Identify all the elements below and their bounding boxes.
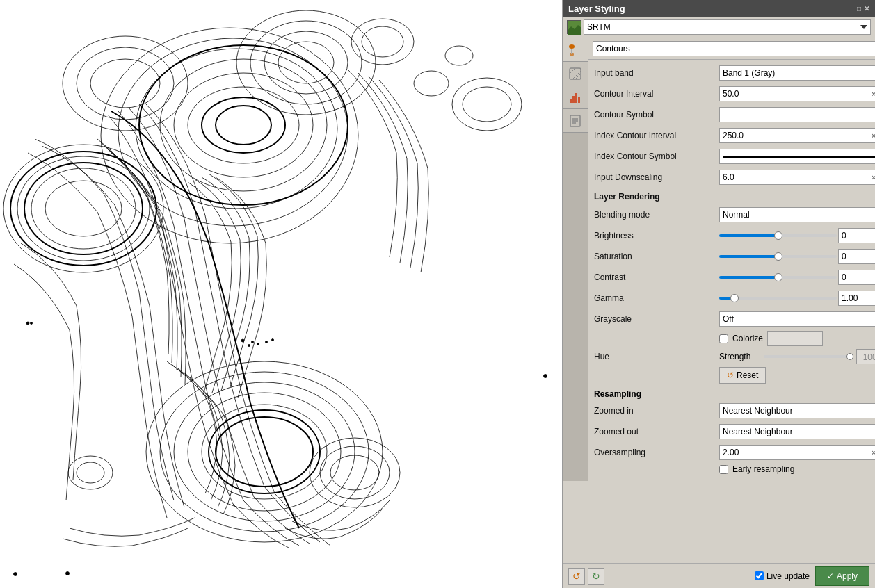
colorize-checkbox[interactable] bbox=[719, 334, 728, 343]
svg-point-9 bbox=[278, 42, 334, 83]
early-resampling-checkbox[interactable] bbox=[719, 465, 728, 474]
svg-point-41 bbox=[31, 322, 33, 325]
grayscale-select[interactable]: Off bbox=[719, 311, 875, 327]
colorize-swatch[interactable] bbox=[767, 331, 823, 346]
svg-point-28 bbox=[24, 163, 143, 254]
tab-histogram[interactable] bbox=[563, 85, 588, 109]
input-downscaling-clear[interactable]: ✕ bbox=[868, 170, 875, 184]
layer-name-select[interactable]: SRTM bbox=[584, 19, 871, 35]
contrast-control: ▲ ▼ bbox=[719, 270, 875, 285]
tab-transparency[interactable] bbox=[563, 62, 588, 85]
svg-point-33 bbox=[414, 71, 449, 96]
gamma-value[interactable] bbox=[839, 291, 875, 305]
brightness-slider[interactable] bbox=[719, 234, 837, 237]
zoomed-out-select[interactable]: Nearest Neighbour bbox=[719, 424, 875, 439]
icon-tabs bbox=[563, 38, 588, 481]
oversampling-input[interactable] bbox=[720, 446, 868, 459]
blending-mode-control: Normal bbox=[719, 207, 875, 222]
svg-point-27 bbox=[209, 410, 320, 493]
oversampling-row: Oversampling ✕ ▲ ▼ bbox=[594, 443, 875, 462]
gamma-value-wrap bbox=[838, 291, 875, 306]
layer-styling-panel: Layer Styling □ ✕ SRTM bbox=[562, 0, 875, 588]
zoomed-out-label: Zoomed out bbox=[594, 427, 719, 436]
contour-interval-input[interactable] bbox=[720, 87, 868, 101]
svg-point-49 bbox=[66, 572, 70, 575]
tab-metadata[interactable] bbox=[563, 109, 588, 133]
contour-symbol-control: ▲ ▼ bbox=[719, 107, 875, 122]
index-contour-interval-clear[interactable]: ✕ bbox=[868, 129, 875, 142]
blending-mode-select[interactable]: Normal bbox=[719, 207, 875, 222]
zoomed-in-control: Nearest Neighbour bbox=[719, 403, 875, 418]
grayscale-row: Grayscale Off bbox=[594, 310, 875, 328]
svg-point-3 bbox=[136, 49, 337, 209]
svg-point-8 bbox=[63, 36, 188, 131]
contrast-label: Contrast bbox=[594, 272, 719, 282]
svg-rect-59 bbox=[578, 97, 580, 103]
zoomed-out-control: Nearest Neighbour bbox=[719, 424, 875, 439]
zoomed-in-select[interactable]: Nearest Neighbour bbox=[719, 403, 875, 418]
contour-symbol-row: Contour Symbol ▲ ▼ bbox=[594, 106, 875, 124]
strength-label: Strength bbox=[719, 352, 761, 361]
gamma-slider[interactable] bbox=[719, 297, 837, 300]
svg-point-48 bbox=[544, 375, 547, 378]
contrast-slider-wrap bbox=[719, 276, 837, 279]
live-update-checkbox[interactable] bbox=[755, 571, 764, 580]
apply-button[interactable]: ✓ Apply bbox=[815, 566, 869, 586]
saturation-slider-wrap bbox=[719, 255, 837, 258]
svg-point-31 bbox=[362, 26, 403, 57]
hue-right: Strength 100% ↺ Reset bbox=[719, 349, 875, 384]
oversampling-input-wrap: ✕ bbox=[719, 445, 875, 460]
saturation-row: Saturation ▲ ▼ bbox=[594, 247, 875, 266]
index-contour-symbol-control: ▲ ▼ bbox=[719, 149, 875, 164]
svg-point-32 bbox=[351, 19, 414, 65]
contour-interval-label: Contour Interval bbox=[594, 89, 719, 99]
colorize-row: Colorize bbox=[719, 331, 875, 346]
svg-point-2 bbox=[160, 59, 327, 191]
reset-button[interactable]: ↺ Reset bbox=[719, 367, 766, 384]
zoomed-in-label: Zoomed in bbox=[594, 406, 719, 416]
gamma-slider-wrap bbox=[719, 297, 837, 300]
renderer-type-select[interactable]: Contours bbox=[593, 41, 875, 56]
tab-renderer[interactable] bbox=[563, 38, 588, 62]
panel-title-text: Layer Styling bbox=[568, 3, 625, 14]
bottom-left-controls: ↺ ↻ bbox=[568, 568, 604, 585]
svg-point-50 bbox=[14, 573, 17, 576]
brightness-value-wrap bbox=[838, 228, 875, 243]
index-contour-interval-input-wrap: ✕ bbox=[719, 128, 875, 143]
layer-selector-row: SRTM bbox=[563, 17, 875, 38]
contrast-value[interactable] bbox=[839, 270, 875, 284]
early-resampling-row: Early resampling bbox=[719, 464, 875, 474]
oversampling-clear[interactable]: ✕ bbox=[868, 446, 875, 459]
saturation-slider[interactable] bbox=[719, 255, 837, 258]
saturation-value[interactable] bbox=[839, 250, 875, 263]
grayscale-label: Grayscale bbox=[594, 314, 719, 324]
contour-symbol-swatch[interactable] bbox=[719, 107, 875, 122]
panel-body: Contours Input band Band 1 (Gray) bbox=[563, 38, 875, 563]
svg-point-39 bbox=[216, 106, 271, 145]
panel-restore-button[interactable]: □ bbox=[857, 5, 861, 13]
redo-button[interactable]: ↻ bbox=[588, 568, 604, 585]
input-band-row: Input band Band 1 (Gray) bbox=[594, 64, 875, 82]
contour-interval-clear[interactable]: ✕ bbox=[868, 87, 875, 101]
index-contour-symbol-swatch[interactable] bbox=[719, 149, 875, 164]
input-band-control: Band 1 (Gray) bbox=[719, 65, 875, 81]
svg-point-44 bbox=[252, 341, 254, 343]
svg-point-10 bbox=[264, 31, 348, 94]
undo-button[interactable]: ↺ bbox=[568, 568, 585, 585]
brightness-row: Brightness ▲ ▼ bbox=[594, 227, 875, 245]
svg-point-46 bbox=[266, 341, 268, 343]
svg-point-40 bbox=[26, 322, 29, 325]
input-downscaling-input[interactable] bbox=[720, 170, 868, 184]
contrast-value-wrap bbox=[838, 270, 875, 285]
brightness-value[interactable] bbox=[839, 229, 875, 243]
contrast-slider[interactable] bbox=[719, 276, 837, 279]
undo-icon: ↺ bbox=[572, 571, 581, 582]
svg-point-29 bbox=[77, 462, 104, 483]
index-contour-interval-input[interactable] bbox=[720, 129, 868, 142]
panel-close-button[interactable]: ✕ bbox=[864, 5, 869, 13]
contour-line-preview bbox=[723, 115, 875, 115]
zoomed-in-row: Zoomed in Nearest Neighbour bbox=[594, 402, 875, 420]
input-band-select[interactable]: Band 1 (Gray) bbox=[719, 65, 875, 81]
svg-point-19 bbox=[330, 455, 379, 490]
strength-row: Strength 100% bbox=[719, 349, 875, 364]
